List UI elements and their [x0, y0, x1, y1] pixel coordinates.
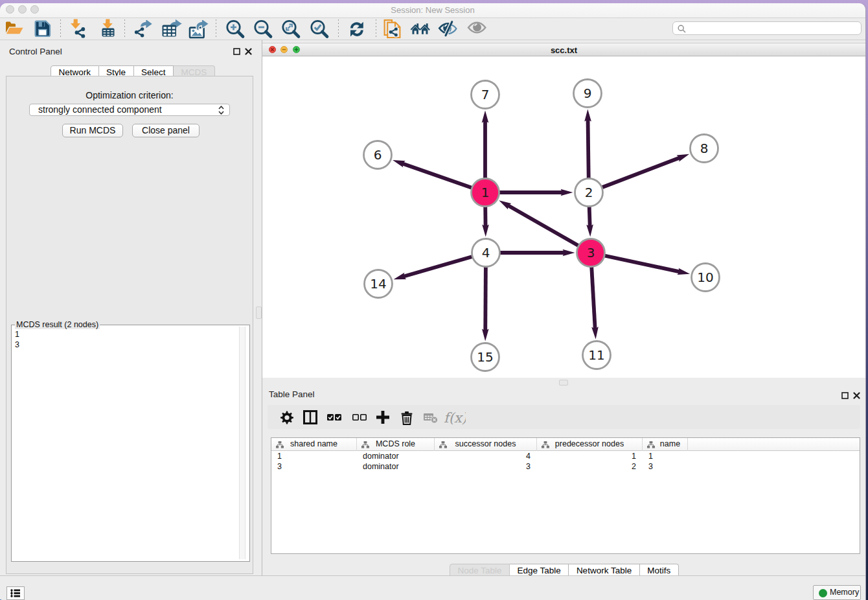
- hierarchy-icon: [276, 441, 284, 448]
- float-table-panel-icon[interactable]: [841, 392, 849, 399]
- import-table-icon[interactable]: [98, 19, 119, 42]
- table-row-1[interactable]: 3dominator323: [271, 461, 860, 472]
- graph-node-label-14: 14: [370, 276, 386, 292]
- graph-node-label-7: 7: [481, 87, 490, 102]
- column-header-label: MCDS role: [376, 439, 415, 448]
- svg-text:f(x): f(x): [444, 410, 466, 425]
- table-cell: 2: [537, 461, 643, 472]
- delete-column-icon[interactable]: [400, 410, 422, 428]
- optimization-criterion-label: Optimization criterion:: [6, 90, 253, 100]
- network-window-titlebar: scc.txt: [262, 43, 865, 56]
- mcds-result-item: 1: [15, 329, 19, 340]
- hide-panel-icon[interactable]: [438, 19, 459, 42]
- graph-node-label-8: 8: [700, 141, 709, 156]
- table-cell: 1: [643, 451, 688, 461]
- network-window-title: scc.txt: [262, 45, 865, 55]
- refresh-icon[interactable]: [347, 19, 368, 42]
- select-all-icon[interactable]: [327, 410, 349, 428]
- app-titlebar: Session: New Session: [0, 3, 865, 18]
- table-row-0[interactable]: 1dominator411: [271, 451, 860, 461]
- toolbar-separator: [124, 19, 125, 38]
- graph-node-label-6: 6: [374, 147, 382, 163]
- import-network-icon[interactable]: [70, 19, 91, 42]
- close-panel-icon[interactable]: [245, 48, 252, 55]
- mcds-result-box: MCDS result (2 nodes) 13: [11, 325, 250, 562]
- table-cell: 3: [435, 461, 537, 472]
- show-panel-icon[interactable]: [467, 19, 488, 42]
- table-cell: 1: [537, 451, 643, 461]
- network-window: scc.txt 1234678910111415: [262, 40, 865, 378]
- horizontal-splitter-grip[interactable]: [559, 380, 568, 386]
- export-network-icon[interactable]: [133, 19, 154, 42]
- settings-gear-icon[interactable]: [280, 410, 302, 428]
- vertical-splitter-grip[interactable]: [256, 306, 262, 319]
- graph-node-label-3: 3: [587, 245, 595, 260]
- column-header-shared-name[interactable]: shared name: [271, 438, 357, 451]
- search-icon: [678, 25, 686, 33]
- desktop: Session: New Session: [0, 0, 868, 600]
- window-title: Session: New Session: [0, 5, 865, 15]
- mcds-result-list: 13: [15, 329, 19, 350]
- column-header-MCDS-role[interactable]: MCDS role: [357, 438, 435, 451]
- app-window: Session: New Session: [0, 3, 866, 600]
- hierarchy-icon: [542, 441, 549, 448]
- task-history-button[interactable]: [6, 586, 25, 600]
- export-table-icon[interactable]: [162, 19, 183, 42]
- hierarchy-icon: [647, 441, 655, 448]
- column-header-label: predecessor nodes: [555, 439, 624, 448]
- clone-network-icon[interactable]: [383, 19, 404, 42]
- zoom-out-icon[interactable]: [253, 19, 273, 42]
- column-header-name[interactable]: name: [643, 438, 688, 451]
- open-file-icon[interactable]: [4, 19, 25, 42]
- dropdown-value: strongly connected component: [38, 104, 162, 115]
- table-panel-title: Table Panel: [269, 389, 315, 399]
- table-cell: 4: [435, 451, 537, 461]
- export-image-icon[interactable]: [188, 19, 209, 42]
- search-box[interactable]: [672, 21, 862, 35]
- node-table: shared nameMCDS rolesuccessor nodesprede…: [271, 437, 860, 554]
- graph-node-label-1: 1: [481, 185, 490, 200]
- zoom-fit-icon[interactable]: [280, 19, 301, 42]
- graph-node-label-10: 10: [697, 270, 713, 285]
- control-panel-title: Control Panel: [9, 47, 62, 56]
- table-cell: 3: [643, 461, 688, 472]
- toolbar-separator: [376, 19, 376, 38]
- zoom-in-icon[interactable]: [225, 19, 246, 42]
- delete-table-disabled-icon: [423, 410, 445, 428]
- column-header-successor-nodes[interactable]: successor nodes: [435, 438, 537, 451]
- table-toolbar: f(x): [268, 405, 860, 429]
- function-fx-disabled-icon: f(x): [444, 410, 466, 428]
- graph-node-label-9: 9: [584, 86, 592, 101]
- optimization-criterion-select[interactable]: strongly connected component: [29, 104, 230, 116]
- toolbar-separator: [216, 19, 216, 38]
- graph-node-label-2: 2: [585, 185, 593, 200]
- network-canvas[interactable]: 1234678910111415: [262, 56, 865, 378]
- mcds-result-scrollbar[interactable]: [239, 327, 246, 559]
- hierarchy-icon: [439, 441, 447, 448]
- mcds-result-item: 3: [15, 340, 19, 350]
- table-header-row: shared nameMCDS rolesuccessor nodesprede…: [271, 438, 860, 451]
- combo-arrows-icon: [218, 106, 225, 115]
- column-header-predecessor-nodes[interactable]: predecessor nodes: [537, 438, 643, 451]
- hierarchy-icon: [361, 441, 369, 448]
- memory-status-dot: [819, 589, 827, 597]
- float-panel-icon[interactable]: [233, 48, 240, 55]
- close-table-panel-icon[interactable]: [853, 392, 860, 399]
- control-panel: Control Panel NetworkStyleSelectMCDS Opt…: [0, 40, 262, 575]
- deselect-all-icon[interactable]: [352, 410, 374, 428]
- home-icon[interactable]: [410, 19, 431, 42]
- table-cell: 1: [271, 451, 357, 461]
- save-session-icon[interactable]: [34, 19, 54, 42]
- search-input[interactable]: [690, 23, 855, 34]
- column-header-label: successor nodes: [455, 439, 516, 448]
- run-mcds-button[interactable]: Run MCDS: [62, 124, 123, 137]
- close-panel-button[interactable]: Close panel: [132, 124, 200, 137]
- toolbar-separator: [338, 19, 339, 38]
- table-cell: dominator: [357, 461, 435, 472]
- zoom-selected-icon[interactable]: [309, 19, 330, 42]
- memory-button[interactable]: Memory: [813, 585, 861, 600]
- add-column-icon[interactable]: [376, 410, 398, 428]
- columns-icon[interactable]: [303, 410, 325, 428]
- main-toolbar: [0, 18, 865, 40]
- toolbar-separator: [60, 19, 61, 38]
